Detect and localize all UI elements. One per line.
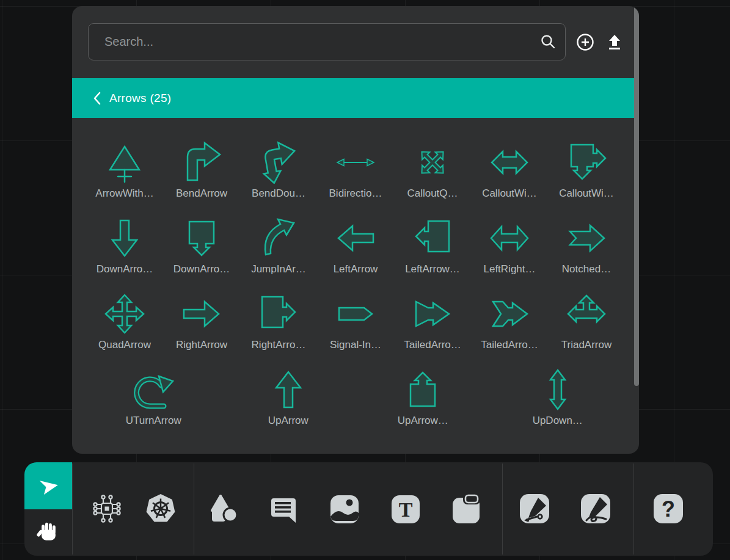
shape-item[interactable]: Bidirectio… xyxy=(318,140,394,216)
shape-item-label: TailedArro… xyxy=(404,339,461,351)
shape-item-label: JumpInAr… xyxy=(251,263,306,275)
bend-double-arrow-icon xyxy=(257,140,300,185)
shape-item-label: QuadArrow xyxy=(98,339,151,351)
shape-item[interactable]: LeftArrow xyxy=(318,216,394,291)
comment-tool-button[interactable] xyxy=(266,492,300,526)
kubernetes-shapes-button[interactable] xyxy=(144,492,178,526)
callout-left-right-arrow-icon xyxy=(488,140,531,185)
shape-item[interactable]: UpArrow xyxy=(250,367,326,443)
shape-item[interactable]: UpArrow… xyxy=(385,367,461,443)
shape-item[interactable]: CalloutWi… xyxy=(472,140,548,216)
shapes-icon xyxy=(206,492,239,525)
chevron-left-icon xyxy=(93,92,101,105)
upload-button[interactable] xyxy=(605,32,624,52)
shape-item-label: ArrowWith… xyxy=(95,187,153,200)
search-input[interactable] xyxy=(88,23,566,60)
shape-item-label: TriadArrow xyxy=(561,339,612,351)
shape-item-label: LeftArrow… xyxy=(405,263,460,275)
shape-item[interactable]: CalloutWi… xyxy=(549,140,625,216)
search-box xyxy=(88,23,566,60)
shape-item[interactable]: Notched… xyxy=(549,216,625,291)
bidirectional-arrow-icon xyxy=(334,140,377,185)
shape-item[interactable]: UTurnArrow xyxy=(115,367,192,443)
callout-quad-arrow-icon xyxy=(411,140,454,185)
shape-item-label: DownArro… xyxy=(173,263,230,275)
shape-item[interactable]: Signal-In… xyxy=(318,291,394,367)
shape-item[interactable]: DownArro… xyxy=(164,216,240,291)
shape-item-label: Signal-In… xyxy=(330,339,381,351)
shape-item-label: BendArrow xyxy=(176,187,227,200)
arrow-with-stem-icon xyxy=(103,140,146,185)
shape-library-panel: Arrows (25) ArrowWith…BendArrowBendDou…B… xyxy=(72,6,639,454)
shape-item-label: LeftArrow xyxy=(334,263,378,275)
help-icon: ? xyxy=(652,492,685,525)
shape-item-label: UpDown… xyxy=(533,415,583,427)
shape-item[interactable]: UpDown… xyxy=(519,367,596,443)
pointer-tool-group xyxy=(24,462,72,556)
shape-grid: ArrowWith…BendArrowBendDou…Bidirectio…Ca… xyxy=(86,140,625,443)
text-tool-button[interactable]: T xyxy=(388,492,422,526)
shape-item-label: BendDou… xyxy=(252,187,305,200)
signal-in-icon xyxy=(334,291,377,336)
toolbar-separator xyxy=(72,464,73,555)
note-tool-button[interactable] xyxy=(449,492,483,526)
notched-right-arrow-icon xyxy=(565,216,608,261)
search-icon xyxy=(540,34,556,49)
note-icon xyxy=(450,492,483,525)
up-arrow-callout-icon xyxy=(401,367,444,412)
shape-item-label: Notched… xyxy=(562,263,611,275)
network-shapes-button[interactable] xyxy=(90,492,124,526)
toolbar: T xyxy=(24,462,713,556)
image-tool-button[interactable] xyxy=(327,492,361,526)
bend-arrow-icon xyxy=(180,140,223,185)
shape-item[interactable]: TailedArro… xyxy=(395,291,471,367)
jump-in-arrow-icon xyxy=(257,216,300,261)
pan-tool-button[interactable] xyxy=(24,509,72,556)
add-circle-icon xyxy=(576,33,594,51)
shape-item-label: DownArro… xyxy=(97,263,153,275)
shape-item[interactable]: JumpInAr… xyxy=(241,216,317,291)
category-header-back[interactable]: Arrows (25) xyxy=(72,78,634,118)
left-right-arrow-icon xyxy=(488,216,531,261)
shape-item[interactable]: LeftRight… xyxy=(472,216,548,291)
tailed-arrow-block-icon xyxy=(411,291,454,336)
freehand-pen-button[interactable] xyxy=(579,492,613,526)
shape-item[interactable]: BendArrow xyxy=(164,140,240,216)
shape-item-label: UTurnArrow xyxy=(126,415,181,427)
shape-item-label: CalloutQ… xyxy=(407,187,458,200)
toolbar-separator xyxy=(502,464,503,555)
upload-icon xyxy=(606,34,623,51)
scrollbar-thumb[interactable] xyxy=(634,6,639,386)
hand-icon xyxy=(36,520,60,545)
down-arrow-callout-icon xyxy=(180,216,223,261)
pen-freehand-icon xyxy=(579,492,612,525)
svg-text:?: ? xyxy=(662,496,675,522)
shape-item-label: RightArro… xyxy=(252,339,306,351)
quad-arrow-icon xyxy=(103,291,146,336)
add-shape-button[interactable] xyxy=(575,32,595,52)
search-row xyxy=(88,23,624,60)
pen-connector-icon xyxy=(518,492,551,525)
network-chip-icon xyxy=(90,492,124,526)
shape-item[interactable]: RightArrow xyxy=(164,291,240,367)
shape-item-label: CalloutWi… xyxy=(559,187,614,200)
canvas[interactable]: Arrows (25) ArrowWith…BendArrowBendDou…B… xyxy=(0,0,730,560)
connector-pen-button[interactable] xyxy=(517,492,552,526)
shape-item[interactable]: BendDou… xyxy=(241,140,317,216)
shape-item[interactable]: ArrowWith… xyxy=(87,140,163,216)
shape-item[interactable]: QuadArrow xyxy=(87,291,163,367)
right-arrow-callout-icon xyxy=(257,291,300,336)
select-tool-button[interactable] xyxy=(24,462,72,509)
callout-down-right-arrow-icon xyxy=(565,140,608,185)
help-button[interactable]: ? xyxy=(651,492,685,526)
shape-item-label: TailedArro… xyxy=(481,339,538,351)
basic-shapes-button[interactable] xyxy=(206,492,240,526)
shape-item[interactable]: TailedArro… xyxy=(472,291,548,367)
shape-item[interactable]: DownArro… xyxy=(87,216,163,291)
shape-item[interactable]: CalloutQ… xyxy=(395,140,471,216)
shape-item[interactable]: RightArro… xyxy=(241,291,317,367)
shape-item[interactable]: LeftArrow… xyxy=(395,216,471,291)
shape-item[interactable]: TriadArrow xyxy=(549,291,625,367)
toolbar-separator xyxy=(194,464,194,555)
up-arrow-icon xyxy=(267,367,310,412)
